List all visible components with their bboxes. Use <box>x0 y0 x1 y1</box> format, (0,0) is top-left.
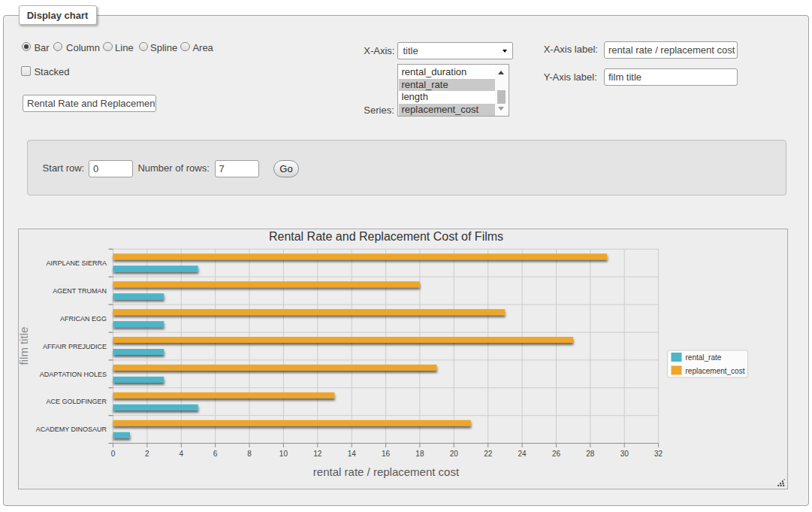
svg-text:8: 8 <box>247 450 252 458</box>
svg-text:rental rate / replacement cost: rental rate / replacement cost <box>313 465 460 478</box>
svg-text:6: 6 <box>213 450 218 458</box>
svg-text:24: 24 <box>518 450 527 458</box>
svg-text:AFRICAN EGG: AFRICAN EGG <box>60 315 107 323</box>
svg-text:4: 4 <box>180 450 184 458</box>
svg-text:14: 14 <box>348 450 357 458</box>
svg-text:rental_rate: rental_rate <box>686 353 722 362</box>
svg-text:Rental Rate and Replacement Co: Rental Rate and Replacement Cost of Film… <box>269 230 503 243</box>
svg-text:AIRPLANE SIERRA: AIRPLANE SIERRA <box>46 259 107 267</box>
svg-text:ACE GOLDFINGER: ACE GOLDFINGER <box>46 398 107 405</box>
svg-text:0: 0 <box>111 450 116 458</box>
svg-text:AGENT TRUMAN: AGENT TRUMAN <box>53 287 107 295</box>
svg-text:32: 32 <box>654 450 663 458</box>
svg-text:2: 2 <box>145 450 149 458</box>
svg-text:30: 30 <box>620 450 629 458</box>
svg-text:12: 12 <box>313 450 322 458</box>
svg-text:18: 18 <box>415 450 424 458</box>
svg-text:26: 26 <box>552 450 561 458</box>
svg-text:22: 22 <box>484 450 493 458</box>
svg-text:20: 20 <box>450 450 459 458</box>
svg-text:16: 16 <box>382 450 391 458</box>
svg-text:film title: film title <box>19 327 30 365</box>
svg-text:replacement_cost: replacement_cost <box>686 367 745 375</box>
svg-text:10: 10 <box>279 450 288 458</box>
svg-text:ACADEMY DINOSAUR: ACADEMY DINOSAUR <box>36 426 107 433</box>
svg-text:ADAPTATION HOLES: ADAPTATION HOLES <box>40 371 107 378</box>
svg-text:28: 28 <box>586 450 595 458</box>
svg-text:AFFAIR PREJUDICE: AFFAIR PREJUDICE <box>43 343 107 350</box>
